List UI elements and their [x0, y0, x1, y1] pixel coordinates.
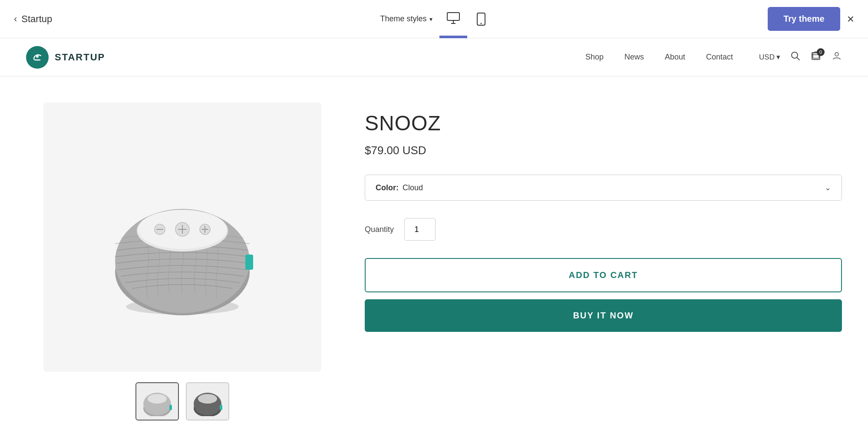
nav-about[interactable]: About [665, 53, 685, 62]
svg-point-12 [835, 53, 838, 56]
thumbnails [135, 382, 229, 420]
try-theme-button[interactable]: Try theme [768, 7, 840, 31]
currency-label: USD [759, 53, 775, 62]
store-nav-links: Shop News About Contact [585, 53, 733, 62]
svg-point-6 [36, 55, 39, 58]
theme-styles-button[interactable]: Theme styles ▾ [373, 11, 439, 27]
buy-now-button[interactable]: BUY IT NOW [365, 299, 842, 332]
currency-selector[interactable]: USD ▾ [759, 53, 780, 62]
cart-button[interactable]: 0 [811, 51, 821, 64]
svg-line-8 [797, 57, 799, 60]
desktop-device-button[interactable] [439, 0, 467, 38]
store-nav-right: USD ▾ 0 [759, 51, 842, 64]
color-selector[interactable]: Color: Cloud ⌄ [365, 175, 842, 201]
svg-rect-34 [220, 405, 222, 410]
account-button[interactable] [832, 51, 842, 64]
product-price: $79.00 USD [365, 144, 842, 157]
account-icon [832, 51, 842, 61]
color-label: Color: Cloud [376, 183, 423, 192]
product-images [35, 103, 330, 420]
thumbnail-2[interactable] [186, 382, 229, 420]
svg-rect-0 [447, 13, 459, 20]
svg-rect-30 [169, 405, 172, 410]
store-navbar: STARTUP Shop News About Contact USD ▾ 0 [0, 38, 868, 76]
svg-point-33 [198, 394, 217, 404]
mobile-icon [477, 13, 485, 26]
app-title: Startup [21, 13, 52, 25]
currency-chevron-icon: ▾ [776, 53, 780, 62]
logo-svg [30, 50, 44, 64]
mobile-device-button[interactable] [467, 0, 495, 38]
search-icon [791, 51, 800, 61]
quantity-label: Quantity [365, 225, 394, 234]
top-bar-center: Theme styles ▾ [373, 0, 495, 38]
quantity-input[interactable] [404, 218, 436, 241]
cart-count: 0 [817, 48, 825, 56]
nav-shop[interactable]: Shop [585, 53, 604, 62]
top-bar: ‹ Startup Theme styles ▾ Try theme × [0, 0, 868, 38]
top-bar-right: Try theme × [768, 7, 854, 31]
theme-styles-label: Theme styles [380, 14, 426, 23]
product-illustration [91, 146, 274, 328]
back-nav[interactable]: ‹ Startup [14, 13, 52, 25]
thumbnail-1[interactable] [135, 382, 179, 420]
add-to-cart-button[interactable]: ADD TO CART [365, 258, 842, 292]
chevron-down-icon: ▾ [429, 16, 432, 23]
svg-point-29 [148, 394, 167, 404]
logo-icon [26, 46, 49, 69]
desktop-icon [447, 12, 460, 24]
search-button[interactable] [791, 51, 800, 63]
nav-news[interactable]: News [624, 53, 644, 62]
store-logo: STARTUP [26, 46, 105, 69]
svg-point-4 [480, 23, 482, 24]
nav-contact[interactable]: Contact [706, 53, 733, 62]
product-section: SNOOZ $79.00 USD Color: Cloud ⌄ Quantity… [0, 76, 868, 437]
thumbnail-2-img [190, 387, 225, 416]
close-button[interactable]: × [847, 12, 854, 26]
back-icon: ‹ [14, 13, 17, 25]
product-name: SNOOZ [365, 111, 842, 135]
color-chevron-icon: ⌄ [825, 183, 831, 192]
thumbnail-1-img [140, 387, 175, 416]
product-details: SNOOZ $79.00 USD Color: Cloud ⌄ Quantity… [365, 103, 842, 420]
store-name: STARTUP [55, 52, 105, 63]
main-product-image [43, 103, 321, 372]
quantity-row: Quantity [365, 218, 842, 241]
svg-rect-26 [245, 255, 253, 270]
